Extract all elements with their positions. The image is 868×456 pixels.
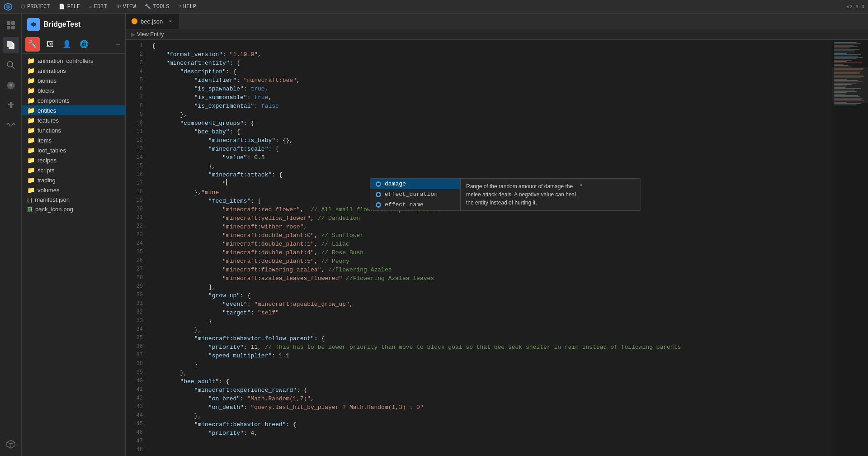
more-button[interactable]: ⋯ xyxy=(114,39,122,50)
tab-close-button[interactable]: × xyxy=(167,18,174,25)
svg-line-12 xyxy=(11,442,15,444)
code-line-5: "identifier": "minecraft:bee", xyxy=(152,76,832,85)
code-line-47: "priority": 4, xyxy=(152,429,832,437)
svg-rect-4 xyxy=(7,26,10,29)
tree-item-pack-icon-png[interactable]: 🖼 pack_icon.png xyxy=(22,204,125,214)
sidebar-logo xyxy=(27,18,40,31)
tree-item-entities[interactable]: 📁 entities xyxy=(22,105,125,115)
tree-item-manifest-json[interactable]: { } manifest.json xyxy=(22,195,125,204)
code-line-42: "minecraft:experience_reward": { xyxy=(152,386,832,394)
tree-item-animations[interactable]: 📁 animations xyxy=(22,66,125,76)
autocomplete-description: Range of the random amount of damage the… xyxy=(461,179,587,210)
menu-bar: ⬡ PROJECT 📄 FILE ✏️ EDIT 👁 VIEW 🔧 TOOLS … xyxy=(0,0,868,14)
image-button[interactable]: 🖼 xyxy=(42,37,57,52)
minimap[interactable] xyxy=(832,40,868,456)
activity-wave-icon[interactable] xyxy=(3,117,19,133)
tree-item-items[interactable]: 📁 items xyxy=(22,135,125,145)
project-icon: ⬡ xyxy=(21,4,25,10)
tree-item-volumes[interactable]: 📁 volumes xyxy=(22,185,125,195)
activity-grid-icon[interactable] xyxy=(3,17,19,33)
tree-item-animation-controllers[interactable]: 📁 animation_controllers xyxy=(22,56,125,66)
sidebar-toolbar: 🔧 🖼 👤 🌐 ⋯ xyxy=(22,35,125,54)
activity-plugin-icon[interactable] xyxy=(3,97,19,113)
code-line-35: }, xyxy=(152,326,832,334)
code-line-40: }, xyxy=(152,369,832,377)
code-editor[interactable]: 1234567891011121314151617181920212223242… xyxy=(126,40,868,456)
tab-label: bee.json xyxy=(141,18,163,25)
activity-files-icon[interactable] xyxy=(3,37,19,53)
menu-item-edit[interactable]: ✏️ EDIT xyxy=(85,3,110,11)
code-line-33: "target": "self" xyxy=(152,309,832,317)
menu-item-project[interactable]: ⬡ PROJECT xyxy=(17,3,53,11)
code-line-36: "minecraft:behavior.follow_parent": { xyxy=(152,334,832,343)
code-line-1: { xyxy=(152,42,832,50)
folder-icon: 📁 xyxy=(27,127,35,134)
ac-dot-effect-duration xyxy=(376,192,381,197)
code-line-11: "bee_baby": { xyxy=(152,128,832,136)
help-icon: ? xyxy=(179,4,182,10)
svg-rect-3 xyxy=(11,21,15,25)
svg-rect-6 xyxy=(7,41,12,47)
code-line-34: } xyxy=(152,317,832,326)
file-tree: 📁 animation_controllers 📁 animations 📁 b… xyxy=(22,54,125,456)
menu-item-file[interactable]: 📄 FILE xyxy=(55,3,84,11)
menu-item-help[interactable]: ? HELP xyxy=(175,3,200,11)
autocomplete-item-effect-name[interactable]: effect_name xyxy=(370,200,460,210)
tree-item-scripts[interactable]: 📁 scripts xyxy=(22,165,125,175)
activity-search-icon[interactable] xyxy=(3,57,19,73)
code-line-31: "grow_up": { xyxy=(152,291,832,300)
autocomplete-item-effect-duration[interactable]: effect_duration xyxy=(370,189,460,200)
tree-item-loot-tables[interactable]: 📁 loot_tables xyxy=(22,145,125,155)
tree-item-components[interactable]: 📁 components xyxy=(22,95,125,105)
code-line-22: "minecraft:yellow_flower", // Dandelion xyxy=(152,214,832,223)
tree-item-functions[interactable]: 📁 functions xyxy=(22,125,125,135)
code-line-8: "is_experimental": false xyxy=(152,102,832,110)
folder-icon: 📁 xyxy=(27,67,35,74)
svg-rect-5 xyxy=(11,26,15,29)
tree-item-biomes[interactable]: 📁 biomes xyxy=(22,76,125,86)
svg-point-7 xyxy=(7,62,13,67)
activity-settings-icon[interactable] xyxy=(3,77,19,93)
code-line-30: ], xyxy=(152,283,832,291)
person-button[interactable]: 👤 xyxy=(60,37,74,52)
tree-item-blocks[interactable]: 📁 blocks xyxy=(22,86,125,95)
code-line-29: "minecraft:azalea_leaves_flowered" //Flo… xyxy=(152,274,832,283)
code-line-9: }, xyxy=(152,110,832,119)
code-line-43: "on_bred": "Math.Random(1,7)", xyxy=(152,394,832,403)
code-line-10: "component_groups": { xyxy=(152,119,832,128)
sidebar-header: BridgeTest xyxy=(22,14,125,35)
tree-item-trading[interactable]: 📁 trading xyxy=(22,175,125,185)
autocomplete-close-button[interactable]: × xyxy=(577,181,585,189)
view-icon: 👁 xyxy=(116,4,121,10)
autocomplete-item-damage[interactable]: damage xyxy=(370,179,460,189)
png-file-icon: 🖼 xyxy=(27,206,33,213)
code-line-6: "is_spawnable": true, xyxy=(152,85,832,93)
main-layout: BridgeTest 🔧 🖼 👤 🌐 ⋯ 📁 animation_control… xyxy=(0,14,868,456)
app-icon xyxy=(4,2,13,11)
edit-icon: ✏️ xyxy=(89,4,92,10)
code-line-14: "value": 0.5 xyxy=(152,153,832,162)
breadcrumb-item-view-entity[interactable]: View Entity xyxy=(137,31,164,38)
code-line-41: "bee_adult": { xyxy=(152,377,832,386)
globe-button[interactable]: 🌐 xyxy=(77,37,91,52)
folder-icon: 📁 xyxy=(27,176,35,184)
wrench-button[interactable]: 🔧 xyxy=(25,37,40,52)
code-line-25: "minecraft:double_plant:1", // Lilac xyxy=(152,240,832,248)
code-line-12: "minecraft:is_baby": {}, xyxy=(152,136,832,145)
code-content[interactable]: { "format_version": "1.19.0", "minecraft… xyxy=(148,40,832,456)
code-line-39: } xyxy=(152,360,832,369)
tree-item-recipes[interactable]: 📁 recipes xyxy=(22,155,125,165)
tab-bar: 🟠 bee.json × xyxy=(126,14,868,29)
tools-icon: 🔧 xyxy=(145,4,151,10)
tree-item-features[interactable]: 📁 features xyxy=(22,115,125,125)
svg-line-8 xyxy=(12,66,14,69)
folder-icon: 📁 xyxy=(27,117,35,124)
menu-item-tools[interactable]: 🔧 TOOLS xyxy=(141,3,173,11)
menu-item-view[interactable]: 👁 VIEW xyxy=(113,3,140,11)
autocomplete-popup: damage effect_duration effect_name Range… xyxy=(370,178,641,211)
editor-tab-bee-json[interactable]: 🟠 bee.json × xyxy=(126,14,180,29)
folder-icon: 📁 xyxy=(27,137,35,144)
activity-box-icon[interactable] xyxy=(3,436,19,452)
code-line-4: "description": { xyxy=(152,67,832,76)
breadcrumb-arrow: ▶ xyxy=(131,31,135,38)
